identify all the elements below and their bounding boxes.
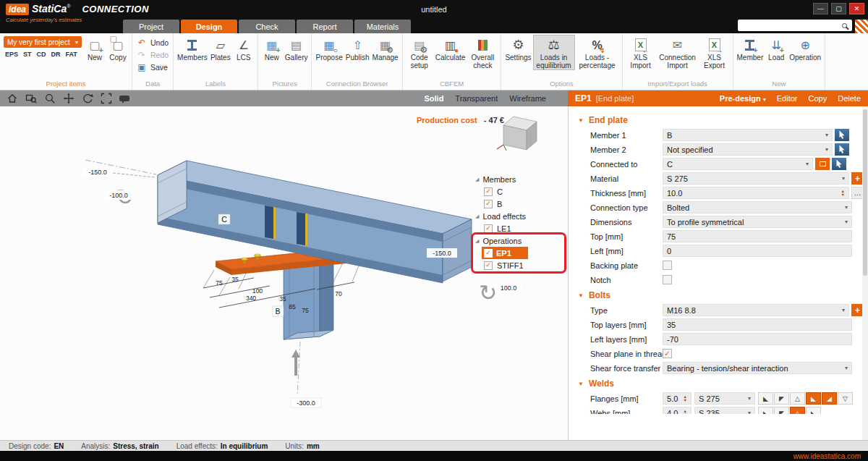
weld-type-button-3[interactable]: △ bbox=[790, 392, 805, 405]
notch-checkbox[interactable] bbox=[663, 275, 672, 284]
propose-button[interactable]: ▦○ Propose bbox=[314, 35, 344, 62]
weld-type-button-4-active[interactable]: ◣ bbox=[806, 392, 821, 405]
shear-plane-checkbox-checked[interactable]: ✓ bbox=[663, 349, 672, 358]
save-button[interactable]: ▣Save bbox=[135, 61, 171, 73]
spinner-icon[interactable]: ▲▼ bbox=[838, 190, 845, 197]
weld-type-button-2[interactable]: ◤ bbox=[774, 407, 789, 414]
new-project-button[interactable]: ▢+ New bbox=[83, 35, 106, 62]
pan-icon[interactable] bbox=[62, 93, 75, 105]
manage-button[interactable]: ▦⚙ Manage bbox=[371, 35, 400, 62]
webs-size-input[interactable]: 4.0 ▲▼ bbox=[663, 407, 692, 414]
render-mode-wireframe[interactable]: Wireframe bbox=[509, 94, 546, 103]
maximize-button[interactable]: ▢ bbox=[831, 3, 846, 14]
tree-group-operations[interactable]: ◢ Operations bbox=[474, 234, 568, 247]
settings-button[interactable]: ⚙ Settings bbox=[503, 35, 532, 62]
checkbox-checked-icon[interactable]: ✓ bbox=[484, 261, 493, 270]
copy-project-button[interactable]: ▢▢ Copy bbox=[106, 35, 129, 62]
close-button[interactable]: ✕ bbox=[849, 3, 864, 14]
code-fat[interactable]: FAT bbox=[66, 51, 77, 58]
tree-item-member-b[interactable]: ✓ B bbox=[474, 198, 568, 210]
backing-plate-checkbox[interactable] bbox=[663, 261, 672, 270]
loads-in-equilibrium-toggle[interactable]: ⚖ Loads in equilibrium bbox=[533, 35, 575, 70]
publish-button[interactable]: ⇧ Publish bbox=[344, 35, 371, 62]
redo-button[interactable]: ↷Redo bbox=[135, 48, 171, 61]
section-end-plate[interactable]: ▼ End plate bbox=[569, 112, 868, 128]
xls-export-button[interactable]: X→ XLS Export bbox=[699, 35, 731, 70]
comment-bubble-icon[interactable] bbox=[119, 93, 131, 105]
picture-new-button[interactable]: ▦+ New bbox=[260, 35, 284, 62]
tab-report[interactable]: Report bbox=[297, 20, 353, 33]
tree-item-le1[interactable]: ✓ LE1 bbox=[474, 222, 568, 234]
tab-design[interactable]: Design bbox=[181, 20, 237, 33]
tree-item-ep1-selected[interactable]: ✓ EP1 bbox=[482, 247, 528, 259]
weld-type-button-1[interactable]: ◣ bbox=[758, 392, 773, 405]
material-dropdown[interactable]: S 275 ▾ bbox=[663, 172, 849, 185]
overall-check-button[interactable]: Overall check bbox=[467, 35, 498, 70]
code-eps[interactable]: EPS bbox=[5, 51, 18, 58]
predesign-dropdown[interactable]: Pre-design ▾ bbox=[720, 94, 766, 103]
top-layers-input[interactable]: 35 bbox=[663, 318, 852, 331]
tab-project[interactable]: Project bbox=[123, 20, 179, 33]
code-cd[interactable]: CD bbox=[37, 51, 46, 58]
rotate-icon[interactable] bbox=[81, 93, 93, 105]
left-input[interactable]: 0 bbox=[663, 245, 852, 257]
new-member-button[interactable]: + Member bbox=[736, 35, 765, 62]
member-label-b[interactable]: B bbox=[273, 306, 284, 316]
member1-dropdown[interactable]: B ▾ bbox=[663, 129, 833, 141]
dimensions-dropdown[interactable]: To profile symmetrical ▾ bbox=[663, 216, 852, 228]
new-operation-button[interactable]: ⊕ Operation bbox=[788, 35, 822, 62]
3d-scene[interactable]: 75 35 100 340 35 85 75 70 ↻ -100.0 -150.… bbox=[0, 106, 568, 440]
search-icon[interactable] bbox=[842, 23, 847, 28]
member2-dropdown[interactable]: Not specified ▾ bbox=[663, 143, 833, 156]
tree-group-load-effects[interactable]: ◢ Load effects bbox=[474, 210, 568, 222]
code-dr[interactable]: DR bbox=[51, 51, 61, 58]
editor-button[interactable]: Editor bbox=[777, 94, 798, 103]
connected-to-pick-button[interactable] bbox=[832, 158, 846, 170]
weld-type-button-6[interactable]: ▽ bbox=[838, 392, 853, 405]
bolt-type-dropdown[interactable]: M16 8.8 ▾ bbox=[663, 304, 849, 316]
delete-operation-button[interactable]: Delete bbox=[838, 94, 861, 103]
flanges-material-dropdown[interactable]: S 275 ▾ bbox=[694, 392, 755, 405]
weld-type-button-2[interactable]: ◤ bbox=[774, 392, 789, 405]
viewport-3d[interactable]: 75 35 100 340 35 85 75 70 ↻ -100.0 -150.… bbox=[0, 106, 568, 440]
search-box[interactable] bbox=[738, 20, 852, 31]
connection-import-button[interactable]: ✉ Connection Import bbox=[657, 35, 699, 70]
calculate-button[interactable]: ▥● Calculate bbox=[434, 35, 467, 62]
connected-to-dropdown[interactable]: C ▾ bbox=[663, 158, 813, 170]
xls-import-button[interactable]: X← XLS Import bbox=[625, 35, 657, 70]
tab-check[interactable]: Check bbox=[239, 20, 295, 33]
flanges-size-input[interactable]: 5.0 ▲▼ bbox=[663, 392, 692, 405]
picture-gallery-button[interactable]: ▤ Gallery bbox=[284, 35, 310, 62]
tree-item-stiff1[interactable]: ✓ STIFF1 bbox=[474, 259, 568, 271]
scrollbar-thumb[interactable] bbox=[863, 109, 867, 276]
search-input[interactable] bbox=[738, 22, 842, 30]
shear-transfer-dropdown[interactable]: Bearing - tension/shear interaction ▾ bbox=[663, 362, 852, 374]
spinner-icon[interactable]: ▲▼ bbox=[681, 410, 687, 415]
project-selector[interactable]: My very first project ▾ bbox=[4, 36, 82, 48]
member-label-c[interactable]: C bbox=[218, 214, 230, 224]
code-setup-button[interactable]: ▤⚙ Code setup bbox=[405, 35, 434, 70]
loads-percentage-button[interactable]: %↯ Loads - percentage bbox=[575, 35, 620, 70]
render-mode-transparent[interactable]: Transparent bbox=[455, 94, 498, 103]
checkbox-checked-icon[interactable]: ✓ bbox=[484, 200, 493, 208]
zoom-icon[interactable] bbox=[43, 93, 56, 105]
zoom-window-icon[interactable] bbox=[25, 93, 37, 105]
panel-scrollbar[interactable] bbox=[862, 106, 868, 440]
top-input[interactable]: 75 bbox=[663, 230, 852, 242]
render-mode-solid[interactable]: Solid bbox=[424, 94, 443, 103]
tab-materials[interactable]: Materials bbox=[354, 20, 411, 33]
weld-type-button-1[interactable]: ◣ bbox=[758, 407, 773, 414]
code-st[interactable]: ST bbox=[23, 51, 32, 58]
weld-type-button-3-active[interactable]: △ bbox=[790, 407, 805, 414]
zoom-fit-icon[interactable] bbox=[100, 93, 112, 105]
checkbox-checked-icon[interactable]: ✓ bbox=[484, 187, 493, 196]
section-bolts[interactable]: ▼ Bolts bbox=[569, 287, 868, 303]
member2-pick-button[interactable] bbox=[835, 143, 849, 156]
checkbox-checked-icon[interactable]: ✓ bbox=[484, 224, 493, 233]
section-welds[interactable]: ▼ Welds bbox=[569, 376, 868, 392]
labels-lcs-button[interactable]: ∠ LCS bbox=[232, 35, 255, 62]
plate-highlight-button[interactable] bbox=[815, 158, 830, 170]
minimize-button[interactable]: — bbox=[813, 3, 828, 14]
undo-button[interactable]: ↶Undo bbox=[135, 36, 171, 48]
spinner-icon[interactable]: ▲▼ bbox=[681, 395, 687, 402]
